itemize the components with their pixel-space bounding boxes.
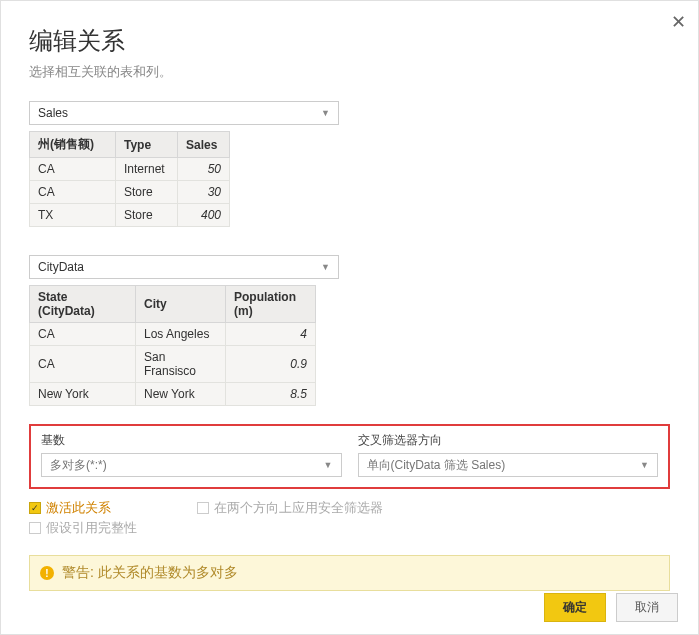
table-header-row: State (CityData) City Population (m) <box>30 286 316 323</box>
col-header[interactable]: Population (m) <box>226 286 316 323</box>
assume-label: 假设引用完整性 <box>46 519 137 537</box>
dialog-title: 编辑关系 <box>29 25 670 57</box>
chevron-down-icon: ▼ <box>321 262 330 272</box>
chevron-down-icon: ▼ <box>640 460 649 470</box>
table-header-row: 州(销售额) Type Sales <box>30 132 230 158</box>
table-row: CASan Fransisco0.9 <box>30 346 316 383</box>
table-row: CAStore30 <box>30 181 230 204</box>
cell: Store <box>116 204 178 227</box>
cell: CA <box>30 323 136 346</box>
activate-relationship-check[interactable]: ✓ 激活此关系 <box>29 499 137 517</box>
check-col-right: 在两个方向上应用安全筛选器 <box>197 497 383 539</box>
checkbox-checked-icon: ✓ <box>29 502 41 514</box>
table-row: CAInternet50 <box>30 158 230 181</box>
security-filter-check: 在两个方向上应用安全筛选器 <box>197 499 383 517</box>
cell: 8.5 <box>226 383 316 406</box>
crossfilter-select[interactable]: 单向(CityData 筛选 Sales) ▼ <box>358 453 659 477</box>
table2-select[interactable]: CityData ▼ <box>29 255 339 279</box>
checkbox-area: ✓ 激活此关系 假设引用完整性 在两个方向上应用安全筛选器 <box>29 497 670 539</box>
col-header[interactable]: Sales <box>178 132 230 158</box>
crossfilter-group: 交叉筛选器方向 单向(CityData 筛选 Sales) ▼ <box>358 432 659 477</box>
dialog-subtitle: 选择相互关联的表和列。 <box>29 63 670 81</box>
dialog-body: 编辑关系 选择相互关联的表和列。 Sales ▼ 州(销售额) Type Sal… <box>1 1 698 605</box>
ok-button[interactable]: 确定 <box>544 593 606 622</box>
cell: Internet <box>116 158 178 181</box>
cell: 4 <box>226 323 316 346</box>
table2-preview: State (CityData) City Population (m) CAL… <box>29 285 316 406</box>
check-col-left: ✓ 激活此关系 假设引用完整性 <box>29 497 137 539</box>
activate-label: 激活此关系 <box>46 499 111 517</box>
cardinality-select[interactable]: 多对多(*:*) ▼ <box>41 453 342 477</box>
warning-banner: ! 警告: 此关系的基数为多对多 <box>29 555 670 591</box>
cardinality-label: 基数 <box>41 432 342 449</box>
warning-text: 警告: 此关系的基数为多对多 <box>62 564 238 582</box>
close-icon[interactable]: ✕ <box>671 11 686 33</box>
relationship-options-highlight: 基数 多对多(*:*) ▼ 交叉筛选器方向 单向(CityData 筛选 Sal… <box>29 424 670 489</box>
warning-icon: ! <box>40 566 54 580</box>
table1-select[interactable]: Sales ▼ <box>29 101 339 125</box>
table-row: CALos Angeles4 <box>30 323 316 346</box>
crossfilter-label: 交叉筛选器方向 <box>358 432 659 449</box>
table1-select-value: Sales <box>38 106 68 120</box>
col-header[interactable]: Type <box>116 132 178 158</box>
table1-preview: 州(销售额) Type Sales CAInternet50 CAStore30… <box>29 131 230 227</box>
col-header[interactable]: 州(销售额) <box>30 132 116 158</box>
cell: Store <box>116 181 178 204</box>
cell: New York <box>30 383 136 406</box>
cell: San Fransisco <box>136 346 226 383</box>
cell: Los Angeles <box>136 323 226 346</box>
cell: 0.9 <box>226 346 316 383</box>
cell: CA <box>30 181 116 204</box>
cell: 30 <box>178 181 230 204</box>
cell: TX <box>30 204 116 227</box>
checkbox-icon <box>197 502 209 514</box>
assume-integrity-check[interactable]: 假设引用完整性 <box>29 519 137 537</box>
cell: 400 <box>178 204 230 227</box>
chevron-down-icon: ▼ <box>324 460 333 470</box>
dialog-footer: 确定 取消 <box>544 593 678 622</box>
cell: CA <box>30 158 116 181</box>
cell: 50 <box>178 158 230 181</box>
cardinality-group: 基数 多对多(*:*) ▼ <box>41 432 342 477</box>
col-header[interactable]: State (CityData) <box>30 286 136 323</box>
chevron-down-icon: ▼ <box>321 108 330 118</box>
table-row: TXStore400 <box>30 204 230 227</box>
table-row: New YorkNew York8.5 <box>30 383 316 406</box>
cell: New York <box>136 383 226 406</box>
security-label: 在两个方向上应用安全筛选器 <box>214 499 383 517</box>
cell: CA <box>30 346 136 383</box>
cardinality-value: 多对多(*:*) <box>50 457 107 474</box>
crossfilter-value: 单向(CityData 筛选 Sales) <box>367 457 506 474</box>
table2-select-value: CityData <box>38 260 84 274</box>
cancel-button[interactable]: 取消 <box>616 593 678 622</box>
checkbox-icon <box>29 522 41 534</box>
col-header[interactable]: City <box>136 286 226 323</box>
